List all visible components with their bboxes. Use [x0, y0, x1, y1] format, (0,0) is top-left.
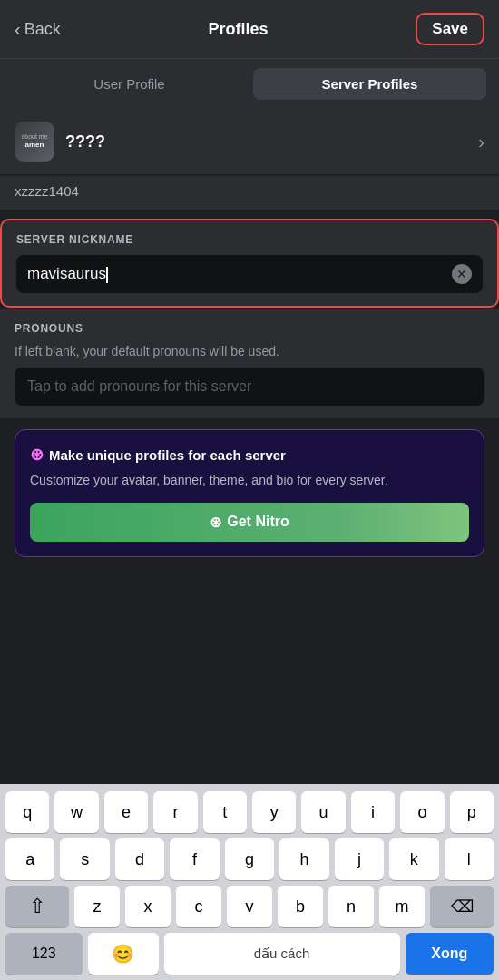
key-k[interactable]: k [389, 838, 438, 880]
key-x[interactable]: x [125, 886, 171, 927]
key-shift[interactable]: ⇧ [5, 886, 69, 927]
server-name: ???? [65, 132, 478, 152]
nitro-banner: ⊛ Make unique profiles for each server C… [15, 429, 484, 557]
get-nitro-button[interactable]: ⊛ Get Nitro [30, 503, 469, 542]
key-e[interactable]: e [104, 791, 148, 833]
save-button[interactable]: Save [416, 13, 484, 45]
text-cursor [106, 267, 108, 283]
key-s[interactable]: s [60, 838, 109, 880]
nickname-section: SERVER NICKNAME mavisaurus ✕ [0, 219, 499, 308]
key-h[interactable]: h [279, 838, 328, 880]
tabs-bar: User Profile Server Profiles [0, 59, 499, 109]
nitro-icon: ⊛ [30, 445, 44, 465]
tab-server-profiles[interactable]: Server Profiles [253, 68, 486, 100]
nickname-input-row[interactable]: mavisaurus ✕ [16, 255, 483, 293]
key-o[interactable]: o [400, 791, 444, 833]
username-row: xzzzz1404 [0, 176, 499, 210]
pronouns-section: PRONOUNS If left blank, your default pro… [0, 309, 499, 418]
key-z[interactable]: z [74, 886, 120, 927]
nitro-title: ⊛ Make unique profiles for each server [30, 445, 469, 465]
key-g[interactable]: g [225, 838, 274, 880]
key-b[interactable]: b [278, 886, 323, 927]
pronouns-label: PRONOUNS [15, 322, 484, 335]
back-chevron-icon: ‹ [15, 19, 21, 40]
tab-user-profile[interactable]: User Profile [13, 68, 246, 100]
key-space[interactable]: dấu cách [164, 933, 400, 975]
key-c[interactable]: c [176, 886, 221, 927]
header: ‹ Back Profiles Save [0, 0, 499, 59]
key-d[interactable]: d [115, 838, 164, 880]
keyboard: q w e r t y u i o p a s d f g h j k l ⇧ … [0, 784, 499, 980]
key-l[interactable]: l [445, 838, 494, 880]
key-v[interactable]: v [227, 886, 272, 927]
nickname-label: SERVER NICKNAME [16, 233, 483, 246]
key-numbers[interactable]: 123 [5, 933, 83, 975]
key-emoji[interactable]: 😊 [88, 933, 159, 975]
pronouns-hint: If left blank, your default pronouns wil… [15, 344, 484, 358]
key-y[interactable]: y [252, 791, 296, 833]
clear-button[interactable]: ✕ [452, 264, 472, 284]
pronouns-input[interactable]: Tap to add pronouns for this server [15, 368, 484, 406]
key-a[interactable]: a [5, 838, 54, 880]
key-f[interactable]: f [170, 838, 219, 880]
key-n[interactable]: n [328, 886, 374, 927]
nitro-btn-icon: ⊛ [210, 514, 221, 531]
server-row[interactable]: about me amen ???? › [0, 109, 499, 174]
key-i[interactable]: i [351, 791, 395, 833]
key-q[interactable]: q [5, 791, 49, 833]
key-backspace[interactable]: ⌫ [430, 886, 494, 927]
key-u[interactable]: u [301, 791, 345, 833]
key-done[interactable]: Xong [406, 933, 494, 975]
server-chevron-icon: › [478, 132, 484, 152]
key-j[interactable]: j [335, 838, 384, 880]
nickname-input[interactable]: mavisaurus [27, 265, 452, 283]
keyboard-row-1: q w e r t y u i o p [5, 791, 494, 833]
keyboard-bottom-row: 123 😊 dấu cách Xong [5, 933, 494, 975]
key-m[interactable]: m [379, 886, 425, 927]
key-t[interactable]: t [203, 791, 247, 833]
keyboard-row-2: a s d f g h j k l [5, 838, 494, 880]
content-area: about me amen ???? › xzzzz1404 SERVER NI… [0, 109, 499, 557]
back-button[interactable]: ‹ Back [15, 19, 61, 40]
key-w[interactable]: w [54, 791, 98, 833]
page-title: Profiles [208, 20, 268, 39]
key-r[interactable]: r [153, 791, 197, 833]
nitro-description: Customize your avatar, banner, theme, an… [30, 472, 469, 490]
clear-icon: ✕ [456, 267, 467, 281]
back-label: Back [24, 20, 61, 39]
username-text: xzzzz1404 [15, 183, 79, 199]
key-p[interactable]: p [450, 791, 494, 833]
keyboard-row-3: ⇧ z x c v b n m ⌫ [5, 886, 494, 927]
server-avatar: about me amen [15, 122, 54, 162]
